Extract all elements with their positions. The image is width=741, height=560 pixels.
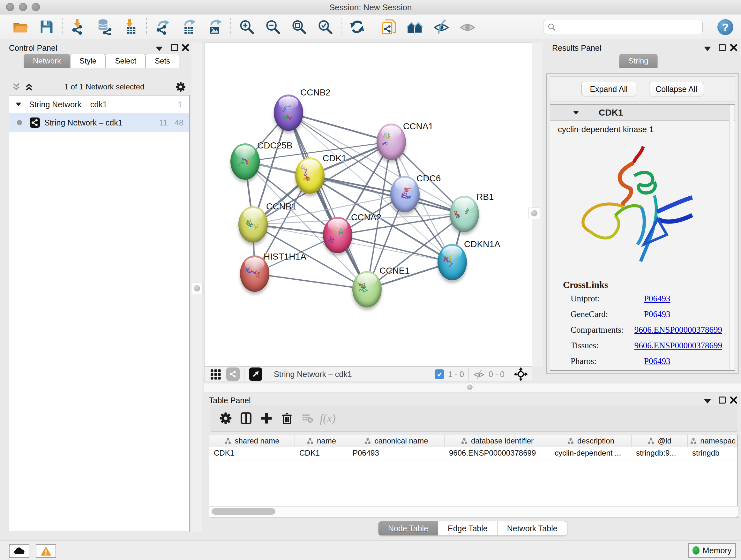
search-field[interactable] (543, 20, 703, 34)
expand-all-button[interactable]: Expand All (582, 82, 636, 97)
results-panel-menu-icon[interactable] (704, 47, 711, 51)
crosslink-value-link[interactable]: P06493 (644, 309, 670, 319)
column-header-shared-name[interactable]: shared name (209, 435, 295, 447)
table-horizontal-scrollbar[interactable] (209, 506, 738, 516)
tab-string[interactable]: String (619, 54, 658, 68)
apply-layout-button[interactable] (344, 16, 370, 37)
network-node-RB1[interactable] (450, 196, 479, 232)
help-button[interactable]: ? (718, 19, 733, 35)
column-header-name[interactable]: name (295, 435, 348, 447)
scrollbar-thumb[interactable] (212, 508, 275, 515)
crosslink-value-link[interactable]: 9606.ENSP00000378699 (634, 325, 722, 335)
detach-view-icon[interactable] (249, 368, 262, 381)
horizontal-splitter-handle[interactable] (465, 382, 475, 392)
import-network-from-database-button[interactable] (91, 16, 118, 37)
column-header-namespac[interactable]: namespac (688, 435, 738, 447)
network-canvas[interactable]: CCNB2CCNA1CDC25BCDK1CDC6RB1CCNB1CCNA2CDK… (204, 43, 532, 367)
delete-column-button[interactable] (277, 408, 297, 428)
show-columns-button[interactable] (236, 408, 256, 428)
tab-sets[interactable]: Sets (145, 54, 179, 68)
selected-checkbox-icon[interactable] (434, 369, 444, 379)
right-splitter[interactable] (532, 43, 542, 367)
network-options-gear-icon[interactable] (175, 81, 186, 92)
right-splitter-handle[interactable] (529, 207, 540, 219)
table-header-row: shared namenamecanonical namedatabase id… (209, 435, 738, 447)
node-table[interactable]: shared namenamecanonical namedatabase id… (209, 435, 738, 518)
warnings-button[interactable] (36, 544, 56, 558)
network-edge[interactable] (288, 113, 367, 289)
tab-select[interactable]: Select (106, 54, 145, 68)
import-network-button[interactable] (65, 16, 91, 37)
results-scrollbar[interactable] (729, 105, 734, 370)
network-node-CDK1[interactable] (295, 158, 325, 194)
network-node-CCNB2[interactable] (274, 95, 303, 131)
network-edge[interactable] (338, 235, 452, 262)
network-row-selected[interactable]: String Network – cdk1 11 48 (9, 113, 189, 132)
network-edge[interactable] (255, 273, 367, 289)
cloud-status-button[interactable] (9, 544, 29, 558)
network-node-CCNA2[interactable] (323, 217, 352, 253)
collapse-all-button[interactable]: Collapse All (649, 82, 704, 97)
tab-network-table[interactable]: Network Table (497, 521, 567, 536)
export-network-button[interactable] (149, 16, 176, 37)
grid-view-icon[interactable] (209, 368, 222, 381)
crosslink-value-link[interactable]: 9606.ENSP00000378699 (634, 341, 722, 351)
tab-style[interactable]: Style (70, 54, 106, 68)
memory-button[interactable]: Memory (688, 543, 736, 558)
import-table-button[interactable] (118, 16, 144, 37)
birds-eye-crosshair-icon[interactable] (514, 367, 528, 381)
table-row[interactable]: CDK1CDK1P064939606.ENSP00000378699cyclin… (209, 447, 738, 459)
export-image-button[interactable] (202, 16, 228, 37)
table-options-button[interactable] (215, 408, 236, 428)
function-builder-button[interactable]: f(x) (318, 408, 338, 428)
network-collection-row[interactable]: String Network – cdk1 1 (9, 96, 189, 113)
column-header--id[interactable]: @id (631, 435, 688, 447)
delete-table-button[interactable] (297, 408, 318, 428)
show-all-networks-button[interactable] (402, 16, 428, 37)
create-column-button[interactable] (256, 408, 277, 428)
crosslink-value-link[interactable]: P06493 (644, 294, 670, 304)
column-header-description[interactable]: description (550, 435, 631, 447)
control-panel-menu-icon[interactable] (156, 47, 163, 51)
network-node-CDC6[interactable] (390, 176, 420, 212)
column-header-canonical-name[interactable]: canonical name (348, 435, 445, 447)
table-panel-close-icon[interactable] (730, 396, 738, 404)
table-panel-menu-icon[interactable] (704, 399, 711, 403)
zoom-selected-button[interactable] (312, 16, 338, 37)
zoom-in-button[interactable] (233, 16, 260, 37)
network-node-CDKN1A[interactable] (437, 244, 467, 280)
network-node-CDC25B[interactable] (230, 143, 260, 180)
tab-network[interactable]: Network (23, 54, 70, 68)
result-entry-header[interactable]: CDK1 (550, 105, 735, 121)
network-node-CCNB1[interactable] (239, 206, 268, 243)
hidden-eye-slash-icon[interactable] (473, 368, 485, 380)
export-table-button[interactable] (176, 16, 202, 37)
column-header-database-identifier[interactable]: database identifier (445, 435, 550, 447)
control-panel-float-icon[interactable] (171, 44, 178, 51)
hide-graphics-details-button[interactable] (428, 16, 455, 37)
expand-collapse-bar: Expand All Collapse All (550, 76, 735, 102)
open-file-button[interactable] (7, 16, 33, 37)
expand-all-chevron-icon[interactable] (24, 82, 34, 91)
zoom-fit-button[interactable] (286, 16, 312, 37)
show-graphics-details-button[interactable] (455, 16, 481, 37)
network-badge-icon[interactable] (226, 368, 240, 381)
collapse-all-chevron-icon[interactable] (11, 82, 21, 91)
network-node-CCNE1[interactable] (352, 271, 382, 307)
table-panel-float-icon[interactable] (719, 396, 726, 403)
search-input[interactable] (556, 22, 698, 32)
results-panel-close-icon[interactable] (730, 44, 738, 52)
results-panel-float-icon[interactable] (719, 44, 726, 51)
left-splitter-handle[interactable] (191, 283, 203, 294)
entry-collapse-caret-icon[interactable] (573, 111, 579, 115)
network-node-CCNA1[interactable] (377, 124, 406, 160)
tab-edge-table[interactable]: Edge Table (438, 521, 497, 536)
crosslink-value-link[interactable]: P06493 (644, 356, 670, 366)
network-edge[interactable] (288, 113, 391, 142)
tab-node-table[interactable]: Node Table (378, 521, 438, 536)
save-session-button[interactable] (33, 16, 59, 37)
control-panel-close-icon[interactable] (181, 44, 190, 52)
clone-network-button[interactable] (376, 16, 402, 37)
tree-expand-caret-icon[interactable] (16, 103, 21, 106)
zoom-out-button[interactable] (260, 16, 286, 37)
